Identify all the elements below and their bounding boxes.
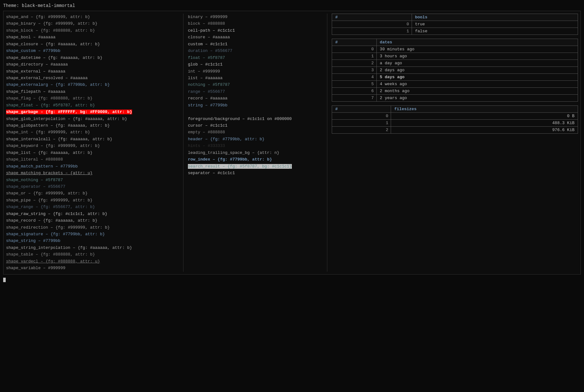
filesizes-col-val: filesizes	[391, 106, 578, 113]
list-item-row-index: row_index – {fg: #7799bb, attr: b}	[188, 156, 324, 163]
list-item: shape_or – {fg: #999999, attr: b}	[6, 190, 180, 197]
bools-col-val: bools	[412, 14, 578, 21]
list-item: list – #aaaaaa	[188, 75, 324, 81]
table-row: 1 488.3 KiB	[332, 120, 578, 127]
table-cell: 5 days ago	[376, 74, 578, 81]
garbage-highlight: shape_garbage – {fg: #FFFFFF, bg: #FF000…	[6, 110, 132, 114]
list-item: shape_directory – #aaaaaa	[6, 61, 180, 68]
list-item: shape_variable – #999999	[6, 265, 180, 271]
table-cell: 4 weeks ago	[376, 81, 578, 88]
table-cell: 976.6 KiB	[391, 127, 578, 134]
table-row: 0 0 B	[332, 113, 578, 120]
dates-col-val: dates	[376, 39, 578, 46]
list-item: int – #999999	[188, 68, 324, 75]
table-cell: 0	[332, 21, 412, 28]
table-cell: 2	[332, 127, 391, 134]
middle-column: binary – #999999 block – #888888 cell-pa…	[185, 14, 327, 272]
list-item: string – #7799bb	[188, 102, 324, 109]
table-cell: 3	[332, 67, 377, 74]
table-cell: 2 years ago	[376, 95, 578, 102]
bools-col-num: #	[332, 14, 412, 21]
list-item: shape_pipe – {fg: #999999, attr: b}	[6, 197, 180, 204]
list-item: shape_vardecl – {fg: #888888, attr: u}	[6, 258, 180, 265]
list-item: range – #556677	[188, 88, 324, 95]
list-item: shape_signature – {fg: #7799bb, attr: b}	[6, 231, 180, 237]
list-item: shape_nothing – #5f8787	[6, 177, 180, 183]
list-item-garbage: shape_garbage – {fg: #FFFFFF, bg: #FF000…	[6, 109, 180, 115]
table-cell: false	[412, 28, 578, 35]
list-item: shape_literal – #888888	[6, 156, 180, 163]
list-item: closure – #aaaaaa	[188, 34, 324, 41]
table-row: 3 2 days ago	[332, 67, 578, 74]
bools-table-container: # bools 0 true 1 false	[332, 14, 578, 35]
list-item: leading_trailing_space_bg – {attr: n}	[188, 149, 324, 156]
filesizes-table-container: # filesizes 0 0 B 1 488.3 KiB 2	[332, 105, 578, 134]
theme-header: Theme: black-metal-immortal	[3, 3, 581, 8]
table-cell: 2 months ago	[376, 88, 578, 95]
table-cell: 6	[332, 88, 377, 95]
table-cell: 1	[332, 28, 412, 35]
list-item: foreground/background – #c1c1c1 on #0000…	[188, 116, 324, 122]
list-item: shape_float – {fg: #5f8787, attr: b}	[6, 102, 180, 109]
list-item: shape_external – #aaaaaa	[6, 68, 180, 75]
table-cell: 1	[332, 120, 391, 127]
table-cell: 2 days ago	[376, 67, 578, 74]
list-item: shape_record – {fg: #aaaaaa, attr: b}	[6, 217, 180, 224]
list-item: shape_range – {fg: #556677, attr: b}	[6, 204, 180, 210]
dates-col-num: #	[332, 39, 377, 46]
main-container: shape_and – {fg: #999999, attr: b} shape…	[3, 11, 581, 275]
table-cell: 5	[332, 81, 377, 88]
table-cell: true	[412, 21, 578, 28]
list-item: hints – #333333	[188, 142, 324, 149]
list-item: nothing – #5f8787	[188, 81, 324, 88]
list-item: shape_externalarg – {fg: #7799bb, attr: …	[6, 81, 180, 88]
list-item: block – #888888	[188, 20, 324, 27]
table-row: 1 3 hours ago	[332, 53, 578, 60]
spacer	[188, 109, 324, 115]
list-item: record – #aaaaaa	[188, 95, 324, 102]
list-item: shape_filepath – #aaaaaa	[6, 88, 180, 95]
list-item: shape_string_interpolation – {fg: #aaaaa…	[6, 244, 180, 251]
list-item: shape_custom – #7799bb	[6, 47, 180, 54]
list-item: shape_external_resolved – #aaaaaa	[6, 75, 180, 81]
filesizes-table: # filesizes 0 0 B 1 488.3 KiB 2	[332, 105, 578, 134]
table-cell: 7	[332, 95, 377, 102]
list-item: shape_block – {fg: #888888, attr: b}	[6, 27, 180, 34]
table-cell: 1	[332, 53, 377, 60]
cursor-blink	[3, 276, 581, 282]
table-row: 5 4 weeks ago	[332, 81, 578, 88]
list-item: shape_globpattern – {fg: #aaaaaa, attr: …	[6, 122, 180, 129]
list-item: empty – #888888	[188, 129, 324, 136]
list-item: cursor – #c1c1c1	[188, 122, 324, 129]
left-column: shape_and – {fg: #999999, attr: b} shape…	[6, 14, 183, 272]
list-item: binary – #999999	[188, 14, 324, 20]
list-item: shape_string – #7799bb	[6, 237, 180, 244]
search-result-highlight: search_result – {fg: #5f8787, bg: #c1c1c…	[188, 164, 292, 169]
terminal-cursor	[3, 278, 6, 282]
table-row: 2 a day ago	[332, 60, 578, 67]
list-item: shape_and – {fg: #999999, attr: b}	[6, 14, 180, 20]
table-cell: 0 B	[391, 113, 578, 120]
list-item: shape_glob_interpolation – {fg: #aaaaaa,…	[6, 116, 180, 122]
dates-table-container: # dates 0 30 minutes ago 1 3 hours ago 2	[332, 39, 578, 102]
table-cell: 4	[332, 74, 377, 81]
list-item: glob – #c1c1c1	[188, 61, 324, 68]
table-cell: 0	[332, 113, 391, 120]
list-item: shape_table – {fg: #888888, attr: b}	[6, 251, 180, 258]
table-cell: a day ago	[376, 60, 578, 67]
table-row: 7 2 years ago	[332, 95, 578, 102]
table-row: 0 true	[332, 21, 578, 28]
list-item: shape_internalcall – {fg: #aaaaaa, attr:…	[6, 136, 180, 142]
list-item: shape_raw_string – {fg: #c1c1c1, attr: b…	[6, 211, 180, 217]
dates-table: # dates 0 30 minutes ago 1 3 hours ago 2	[332, 39, 578, 102]
list-item: shape_redirection – {fg: #999999, attr: …	[6, 224, 180, 231]
table-row: 6 2 months ago	[332, 88, 578, 95]
list-item: shape_bool – #aaaaaa	[6, 34, 180, 41]
list-item: custom – #c1c1c1	[188, 41, 324, 47]
list-item-search-result: search_result – {fg: #5f8787, bg: #c1c1c…	[188, 163, 324, 170]
table-cell: 30 minutes ago	[376, 46, 578, 53]
list-item: separator – #c1c1c1	[188, 170, 324, 176]
list-item: cell-path – #c1c1c1	[188, 27, 324, 34]
filesizes-col-num: #	[332, 106, 391, 113]
list-item: shape_match_pattern – #7799bb	[6, 163, 180, 170]
